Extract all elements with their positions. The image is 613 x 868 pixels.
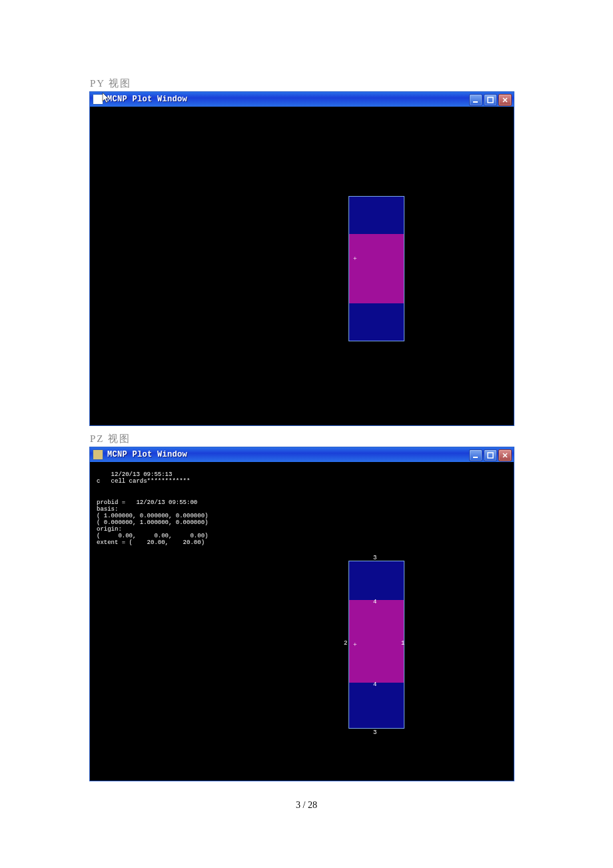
minimize-button[interactable]	[469, 449, 482, 461]
close-button[interactable]	[498, 449, 512, 461]
geom-cap-top	[349, 197, 404, 234]
page-number: 3 / 28	[0, 800, 613, 811]
window-title: MCNP Plot Window	[107, 95, 187, 104]
svg-rect-3	[488, 453, 493, 458]
svg-rect-0	[473, 101, 478, 103]
app-icon	[93, 94, 103, 105]
maximize-button[interactable]	[484, 94, 497, 106]
origin-cross-icon: +	[353, 641, 357, 648]
window-controls	[469, 94, 512, 106]
mcnp-window-py: MCNP Plot Window +	[89, 91, 514, 426]
terminal-info-text: probid = 12/20/13 09:55:00 basis: ( 1.00…	[97, 499, 208, 546]
geometry-column: + 3 4 2 1 4 3	[348, 561, 404, 729]
cell-label-3-top: 3	[373, 555, 376, 561]
plot-canvas-py[interactable]: +	[90, 107, 514, 425]
window-controls	[469, 449, 512, 461]
geom-cap-bottom	[349, 303, 404, 341]
svg-rect-2	[473, 457, 478, 458]
close-button[interactable]	[498, 94, 512, 106]
titlebar[interactable]: MCNP Plot Window	[90, 92, 514, 107]
cell-label-2: 2	[344, 640, 347, 647]
minimize-button[interactable]	[469, 94, 482, 106]
geom-cap-top	[349, 561, 404, 600]
geom-mid: +	[349, 234, 404, 303]
geometry-column: +	[348, 196, 404, 341]
cell-label-4-bot: 4	[373, 681, 376, 688]
mcnp-window-pz: MCNP Plot Window 12/20/13 09:55:13 c cel…	[89, 447, 514, 781]
cell-label-3-bot: 3	[373, 729, 376, 736]
svg-rect-1	[488, 97, 493, 103]
view-label-py: PY 视图	[90, 77, 613, 90]
geom-cap-bottom	[349, 683, 404, 728]
cell-label-4-top: 4	[373, 599, 376, 605]
terminal-header-text: 12/20/13 09:55:13 c cell cards**********…	[97, 471, 190, 485]
view-label-pz: PZ 视图	[90, 433, 613, 445]
cell-label-1: 1	[401, 640, 404, 647]
app-icon	[93, 449, 103, 460]
geom-mid: +	[349, 600, 404, 683]
window-title: MCNP Plot Window	[107, 450, 187, 459]
titlebar[interactable]: MCNP Plot Window	[90, 447, 514, 462]
maximize-button[interactable]	[484, 449, 497, 461]
origin-cross-icon: +	[353, 255, 357, 262]
plot-canvas-pz[interactable]: 12/20/13 09:55:13 c cell cards**********…	[90, 462, 514, 781]
